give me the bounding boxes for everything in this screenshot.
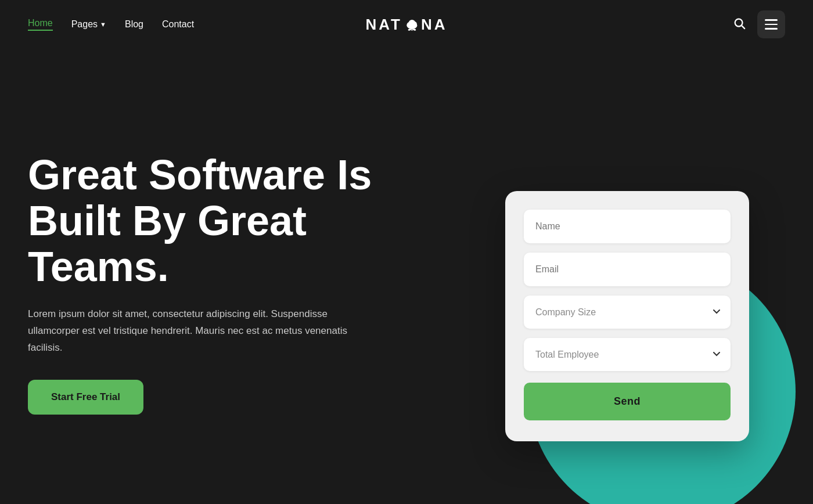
contact-form-card: Company Size 1-10 employees 11-50 employ…: [505, 191, 749, 441]
hero-title: Great Software Is Built By Great Teams.: [28, 152, 388, 290]
total-employee-field-wrapper: Total Employee 1-10 11-50 51-200 201-500…: [524, 338, 731, 371]
hamburger-line-3: [765, 28, 778, 30]
send-button[interactable]: Send: [524, 383, 731, 420]
nav-blog[interactable]: Blog: [125, 19, 143, 30]
hamburger-line-2: [765, 24, 778, 26]
hero-content: Great Software Is Built By Great Teams. …: [28, 152, 388, 415]
cloud-icon: [404, 16, 420, 33]
start-free-trial-button[interactable]: Start Free Trial: [28, 380, 143, 415]
svg-line-8: [742, 26, 744, 28]
hero-section: Great Software Is Built By Great Teams. …: [0, 49, 813, 504]
nav-contact[interactable]: Contact: [162, 19, 194, 30]
company-size-field-wrapper: Company Size 1-10 employees 11-50 employ…: [524, 296, 731, 329]
svg-rect-4: [411, 28, 412, 31]
name-field-wrapper: [524, 210, 731, 243]
email-input[interactable]: [524, 253, 731, 286]
chevron-down-icon: ▼: [100, 21, 106, 28]
nav-links: Home Pages ▼ Blog Contact: [28, 18, 194, 31]
hamburger-line-1: [765, 19, 778, 21]
email-field-wrapper: [524, 253, 731, 286]
navbar: Home Pages ▼ Blog Contact NAT NA: [0, 0, 813, 49]
menu-button[interactable]: [757, 10, 785, 38]
logo-text-2: NA: [421, 16, 448, 34]
svg-point-3: [408, 20, 415, 27]
nav-pages[interactable]: Pages ▼: [71, 19, 106, 30]
total-employee-select[interactable]: Total Employee 1-10 11-50 51-200 201-500…: [524, 338, 731, 371]
company-size-select[interactable]: Company Size 1-10 employees 11-50 employ…: [524, 296, 731, 329]
search-icon[interactable]: [733, 17, 746, 32]
site-logo: NAT NA: [365, 16, 447, 34]
name-input[interactable]: [524, 210, 731, 243]
hero-description: Lorem ipsum dolor sit amet, consectetur …: [28, 306, 353, 357]
nav-right: [733, 10, 785, 38]
nav-pages-label: Pages: [71, 19, 98, 30]
nav-home[interactable]: Home: [28, 18, 53, 31]
logo-text-1: NAT: [365, 16, 402, 34]
hero-form-area: Company Size 1-10 employees 11-50 employ…: [511, 60, 813, 504]
